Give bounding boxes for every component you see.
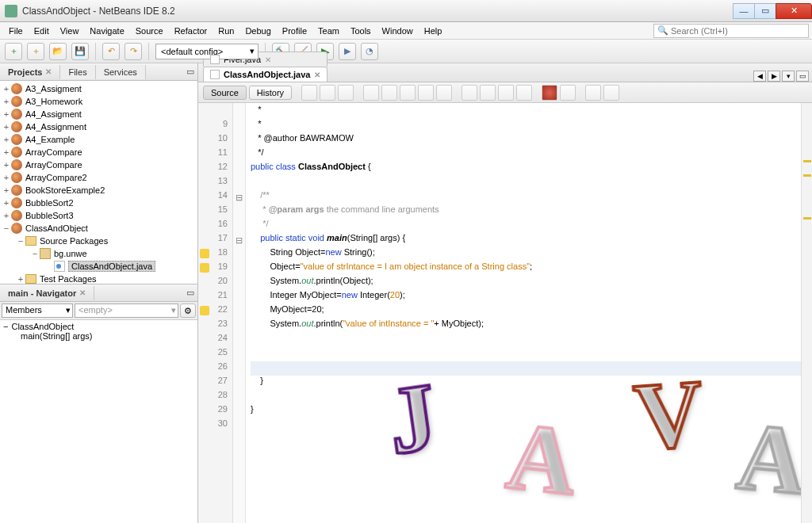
tree-node[interactable]: +BookStoreExample2 (0, 184, 197, 197)
find-selection-button[interactable] (363, 85, 379, 101)
new-file-button[interactable]: ＋ (5, 43, 22, 60)
menu-help[interactable]: Help (419, 24, 448, 38)
close-icon[interactable]: ✕ (265, 55, 271, 64)
tree-node[interactable]: −Source Packages (0, 235, 197, 247)
tree-node[interactable]: +BubbleSort2 (0, 197, 197, 209)
nav-node[interactable]: −ClassAndObject (2, 322, 196, 331)
open-button[interactable]: 📂 (49, 43, 67, 60)
next-bookmark-button[interactable] (480, 85, 496, 101)
close-icon[interactable]: ✕ (79, 288, 86, 297)
projects-panel-header: Projects✕ Files Services ▭ (0, 63, 197, 81)
tree-node[interactable]: +A4_Assignment (0, 120, 197, 133)
tab-services[interactable]: Services (96, 65, 146, 79)
back-button[interactable] (320, 85, 335, 101)
menu-window[interactable]: Window (377, 24, 419, 38)
tab-projects[interactable]: Projects✕ (0, 65, 60, 79)
tree-node[interactable]: −bg.unwe (0, 247, 197, 260)
tab-list-button[interactable]: ▾ (782, 71, 795, 82)
new-project-button[interactable]: ＋ (27, 43, 44, 60)
tree-node[interactable]: +ArrayCompare2 (0, 171, 197, 184)
minimize-button[interactable]: — (733, 3, 755, 19)
toggle-highlight-button[interactable] (418, 85, 434, 101)
menu-debug[interactable]: Debug (239, 24, 276, 38)
profile-button[interactable]: ◔ (361, 43, 378, 60)
macro-record-button[interactable] (542, 85, 557, 101)
comment-button[interactable] (585, 85, 601, 101)
find-prev-button[interactable] (381, 85, 397, 101)
shift-right-button[interactable] (516, 85, 532, 101)
navigator-title[interactable]: main - Navigator✕ (0, 286, 94, 300)
config-combo[interactable]: <default config> (155, 44, 259, 59)
members-combo[interactable]: Members (2, 303, 73, 318)
prev-tab-button[interactable]: ◀ (753, 71, 766, 82)
maximize-editor-button[interactable]: ▭ (796, 71, 809, 82)
projects-tree[interactable]: +A3_Assigment+A3_Homework+A4_Assigment+A… (0, 81, 197, 284)
menubar: FileEditViewNavigateSourceRefactorRunDeb… (0, 22, 812, 40)
prev-bookmark-button[interactable] (462, 85, 477, 101)
titlebar: ClassAndObject - NetBeans IDE 8.2 — ▭ ✕ (0, 0, 812, 22)
tree-node[interactable]: ClassAndObject.java (0, 260, 197, 273)
undo-button[interactable]: ↶ (102, 43, 120, 60)
menu-source[interactable]: Source (130, 24, 169, 38)
navigator-panel-header: main - Navigator✕ ▭ (0, 284, 197, 302)
tree-node[interactable]: +Test Packages (0, 273, 197, 284)
next-tab-button[interactable]: ▶ (768, 71, 780, 82)
tab-files[interactable]: Files (60, 65, 95, 79)
editor-tabs: Fiver.java✕ClassAndObject.java✕ ◀ ▶ ▾ ▭ (198, 63, 812, 82)
forward-button[interactable] (338, 85, 354, 101)
window-title: ClassAndObject - NetBeans IDE 8.2 (22, 6, 733, 17)
decorative-letter-a: A (502, 401, 582, 517)
uncomment-button[interactable] (603, 85, 619, 101)
editor-tab[interactable]: ClassAndObject.java✕ (203, 67, 327, 82)
decorative-letter-v: V (630, 358, 707, 472)
maximize-button[interactable]: ▭ (754, 3, 776, 19)
close-icon[interactable]: ✕ (45, 67, 52, 76)
macro-stop-button[interactable] (560, 85, 576, 101)
navigator-tree[interactable]: −ClassAndObjectmain(String[] args) (0, 320, 197, 523)
minimize-panel-icon[interactable]: ▭ (183, 288, 197, 298)
filter-combo[interactable]: <empty> (75, 303, 178, 318)
app-icon (5, 5, 17, 17)
save-all-button[interactable]: 💾 (71, 43, 89, 60)
editor-toolbar: Source History (198, 82, 812, 103)
search-icon: 🔍 (657, 25, 668, 36)
history-view-button[interactable]: History (249, 86, 292, 100)
menu-run[interactable]: Run (213, 24, 239, 38)
menu-tools[interactable]: Tools (345, 24, 377, 38)
tree-node[interactable]: +ArrayCompare (0, 146, 197, 158)
source-view-button[interactable]: Source (203, 86, 247, 100)
tree-node[interactable]: +A3_Assigment (0, 82, 197, 95)
menu-profile[interactable]: Profile (277, 24, 312, 38)
shift-left-button[interactable] (498, 85, 514, 101)
redo-button[interactable]: ↷ (124, 43, 142, 60)
minimize-panel-icon[interactable]: ▭ (183, 67, 197, 77)
close-icon[interactable]: ✕ (314, 71, 320, 79)
main-toolbar: ＋ ＋ 📂 💾 ↶ ↷ <default config> 🔨 🧹 ▶ ▶ ◔ (0, 40, 812, 63)
error-stripe[interactable] (801, 103, 812, 523)
last-edit-button[interactable] (301, 85, 317, 101)
nav-node[interactable]: main(String[] args) (2, 331, 196, 341)
find-next-button[interactable] (400, 85, 416, 101)
close-button[interactable]: ✕ (776, 3, 812, 19)
tree-node[interactable]: +A4_Assigment (0, 108, 197, 120)
menu-edit[interactable]: Edit (29, 24, 55, 38)
search-input[interactable] (671, 26, 805, 36)
tree-node[interactable]: −ClassAndObject (0, 222, 197, 235)
decorative-letter-a: A (733, 401, 810, 516)
global-search[interactable]: 🔍 (653, 24, 809, 38)
debug-button[interactable]: ▶ (339, 43, 356, 60)
tree-node[interactable]: +ArrayCompare (0, 158, 197, 171)
tree-node[interactable]: +A3_Homework (0, 95, 197, 108)
toggle-bookmark-button[interactable] (436, 85, 452, 101)
menu-view[interactable]: View (55, 24, 85, 38)
code-editor[interactable]: 9101112131415161718192021222324252627282… (198, 103, 812, 523)
nav-filter-button[interactable]: ⚙ (180, 303, 196, 318)
menu-file[interactable]: File (3, 24, 29, 38)
tree-node[interactable]: +BubbleSort3 (0, 209, 197, 222)
menu-navigate[interactable]: Navigate (84, 24, 129, 38)
menu-team[interactable]: Team (312, 24, 345, 38)
menu-refactor[interactable]: Refactor (169, 24, 213, 38)
tree-node[interactable]: +A4_Example (0, 133, 197, 146)
